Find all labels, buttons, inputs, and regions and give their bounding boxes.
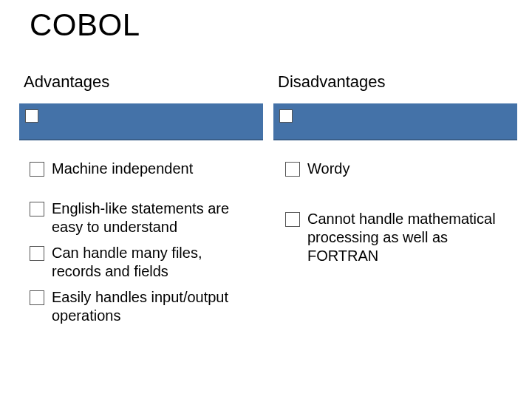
advantage-item: English-like statements are easy to unde… [30,200,251,236]
checkbox-icon [30,290,44,305]
advantage-item: Machine independent [30,160,251,178]
checkbox-icon [30,162,44,177]
disadvantage-text: Cannot handle mathematical processing as… [307,210,514,265]
advantages-header: Advantages [24,72,109,92]
disadvantages-header: Disadvantages [278,72,386,92]
slide: COBOL Advantages Disadvantages Machine i… [0,0,532,399]
checkbox-icon [285,212,300,227]
slide-title: COBOL [30,7,140,43]
checkbox-icon [285,162,300,177]
checkbox-icon [30,202,44,216]
advantage-text: Machine independent [52,160,193,178]
advantages-bar [19,103,263,140]
advantage-text: Easily handles input/output operations [52,288,251,325]
advantage-item: Can handle many files, records and field… [30,244,251,281]
checkbox-icon [279,109,293,123]
disadvantages-bar [273,103,517,140]
disadvantage-item: Cannot handle mathematical processing as… [285,210,514,265]
advantage-text: English-like statements are easy to unde… [52,200,251,236]
disadvantage-item: Wordy [285,160,507,178]
advantage-text: Can handle many files, records and field… [52,244,251,281]
advantage-item: Easily handles input/output operations [30,288,251,325]
checkbox-icon [25,109,38,123]
disadvantage-text: Wordy [307,160,349,178]
checkbox-icon [30,246,44,261]
